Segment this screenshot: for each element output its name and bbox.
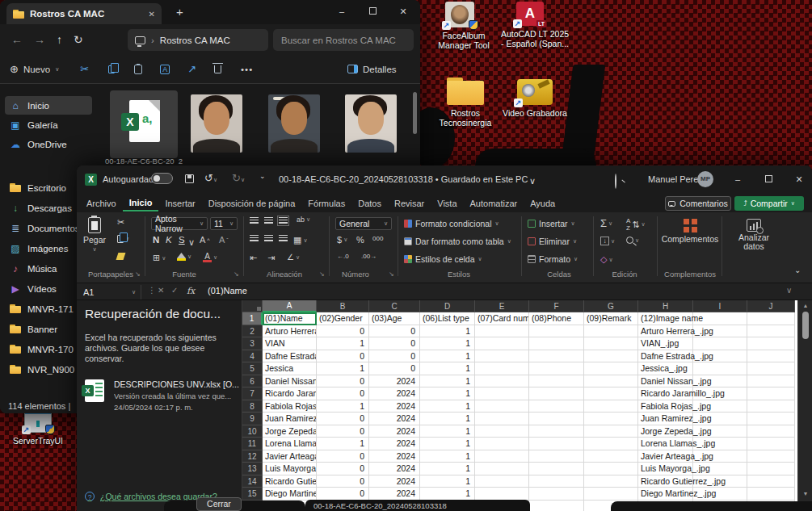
align-right-button[interactable]: [279, 235, 288, 242]
explorer-scrollbar[interactable]: [413, 92, 417, 134]
cell-H11[interactable]: Lorena Llamas_.jpg: [638, 438, 693, 450]
analyze-data-button[interactable]: Analizar datos: [728, 219, 780, 251]
alignment-dialog-launcher[interactable]: ↘: [319, 270, 325, 278]
recovery-close-button[interactable]: Cerrar: [196, 497, 242, 511]
new-tab-button[interactable]: +: [176, 5, 183, 19]
addins-button[interactable]: Complementos: [663, 219, 717, 244]
cell-H8[interactable]: Fabiola Rojas_.jpg: [638, 400, 693, 413]
cell-styles-button[interactable]: Estilos de celda∨: [404, 254, 482, 264]
cell-F6[interactable]: [529, 375, 584, 388]
up-icon[interactable]: ↑: [57, 33, 62, 46]
cell-D8[interactable]: 1: [420, 400, 475, 413]
cell-D9[interactable]: 1: [420, 413, 475, 425]
scrollbar-thumb[interactable]: [802, 312, 809, 339]
cell-J10[interactable]: [747, 425, 795, 438]
row-header-15[interactable]: 15: [242, 488, 263, 501]
font-size-select[interactable]: 11∨: [210, 217, 238, 230]
tab-inicio[interactable]: Inicio: [123, 195, 159, 212]
cell-G11[interactable]: [584, 438, 638, 450]
avatar[interactable]: MP: [697, 171, 713, 187]
share-button[interactable]: ↗: [187, 63, 196, 75]
align-top-button[interactable]: [250, 217, 259, 224]
cell-F3[interactable]: [529, 337, 584, 350]
tab-datos[interactable]: Datos: [351, 196, 388, 211]
cell-G8[interactable]: [584, 400, 638, 413]
copy-button-excel[interactable]: ∨: [117, 235, 129, 243]
cell-E12[interactable]: [475, 450, 529, 463]
cell-G2[interactable]: [584, 325, 638, 338]
align-middle-button[interactable]: [264, 217, 273, 224]
forward-icon[interactable]: →: [34, 33, 45, 46]
row-header-4[interactable]: 4: [242, 350, 263, 363]
decrease-font-button[interactable]: Aˇ: [219, 235, 229, 245]
cell-B7[interactable]: 0: [317, 387, 369, 400]
row-header-11[interactable]: 11: [242, 438, 263, 450]
recovered-file-name[interactable]: DESCRIPCIONES UNV.xlsx [O...: [114, 379, 242, 389]
cell-E7[interactable]: [475, 387, 529, 400]
name-box[interactable]: A1 ∨: [78, 285, 141, 299]
cell-I3[interactable]: [693, 337, 747, 350]
currency-button[interactable]: $∨: [337, 235, 347, 245]
percent-button[interactable]: %: [356, 235, 364, 245]
row-header-13[interactable]: 13: [242, 463, 263, 475]
expand-formula-bar-icon[interactable]: ∨: [786, 286, 792, 295]
increase-decimal-button[interactable]: ←.0: [337, 253, 349, 260]
cell-B15[interactable]: 0: [317, 488, 369, 501]
decrease-decimal-button[interactable]: .00→: [361, 253, 377, 260]
cell-E4[interactable]: [475, 350, 529, 363]
cell-D2[interactable]: 1: [420, 325, 475, 338]
cell-H15[interactable]: Diego Martinez_.jpg: [638, 488, 693, 501]
back-icon[interactable]: ←: [11, 33, 23, 46]
cell-E14[interactable]: [475, 475, 529, 488]
tab-close-icon[interactable]: ✕: [149, 10, 155, 19]
cell-D3[interactable]: 1: [420, 337, 475, 350]
row-header-6[interactable]: 6: [242, 375, 263, 388]
cell-J7[interactable]: [747, 387, 795, 400]
explorer-maximize-button[interactable]: [358, 2, 387, 21]
redo-icon[interactable]: ↻∨: [232, 172, 245, 184]
borders-button[interactable]: ⊞∨: [153, 253, 166, 263]
cell-D12[interactable]: 1: [420, 450, 475, 463]
cell-B9[interactable]: 0: [317, 413, 369, 425]
file-tile-xlsx[interactable]: X a,: [110, 90, 178, 158]
cell-J14[interactable]: [747, 475, 795, 488]
sidebar-item-inicio[interactable]: ⌂Inicio: [5, 96, 92, 115]
cell-C14[interactable]: 2024: [369, 475, 420, 488]
cell-B4[interactable]: 0: [317, 350, 369, 363]
cell-J3[interactable]: [747, 337, 795, 350]
row-header-7[interactable]: 7: [242, 387, 263, 400]
tab-insertar[interactable]: Insertar: [158, 196, 201, 211]
cell-C12[interactable]: 2024: [369, 450, 420, 463]
cell-A5[interactable]: Jessica: [263, 362, 317, 375]
cell-B10[interactable]: 0: [317, 425, 369, 438]
cell-F5[interactable]: [529, 362, 584, 375]
cell-C15[interactable]: 2024: [369, 488, 420, 501]
align-left-button[interactable]: [250, 235, 259, 242]
underline-button[interactable]: S: [179, 235, 185, 245]
cell-H12[interactable]: Javier Arteaga_.jpg: [638, 450, 693, 463]
cell-H1[interactable]: (12)Image name: [638, 312, 693, 325]
insert-function-icon[interactable]: fx: [187, 286, 195, 296]
new-button[interactable]: ⊕ Nuevo ∨: [10, 63, 59, 75]
cell-A1[interactable]: (01)Name: [263, 312, 317, 325]
collapse-ribbon-icon[interactable]: ⌄: [794, 266, 801, 274]
cell-H3[interactable]: VIAN_.jpg: [638, 337, 693, 350]
row-header-5[interactable]: 5: [242, 362, 263, 375]
clipboard-dialog-launcher[interactable]: ↘: [135, 270, 141, 278]
details-toggle[interactable]: Detalles: [347, 65, 397, 74]
formula-value[interactable]: (01)Name: [208, 286, 247, 295]
cell-H14[interactable]: Ricardo Gutierrez_.jpg: [638, 475, 693, 488]
cell-C13[interactable]: 2024: [369, 463, 420, 475]
cell-E1[interactable]: (07)Card number: [475, 312, 529, 325]
row-header-3[interactable]: 3: [242, 337, 263, 350]
cell-G9[interactable]: [584, 413, 638, 425]
desktop-icon-facealbum[interactable]: ↗FaceAlbumManager Tool: [427, 2, 501, 50]
cell-D15[interactable]: 1: [420, 488, 475, 501]
cell-C3[interactable]: 0: [369, 337, 420, 350]
cell-D5[interactable]: 1: [420, 362, 475, 375]
cell-G15[interactable]: [584, 488, 638, 501]
orientation-button[interactable]: ab∨: [297, 216, 310, 224]
undo-icon[interactable]: ↺∨: [204, 172, 217, 184]
cell-C2[interactable]: 0: [369, 325, 420, 338]
search-input[interactable]: Buscar en Rostros CA MAC: [273, 29, 414, 51]
